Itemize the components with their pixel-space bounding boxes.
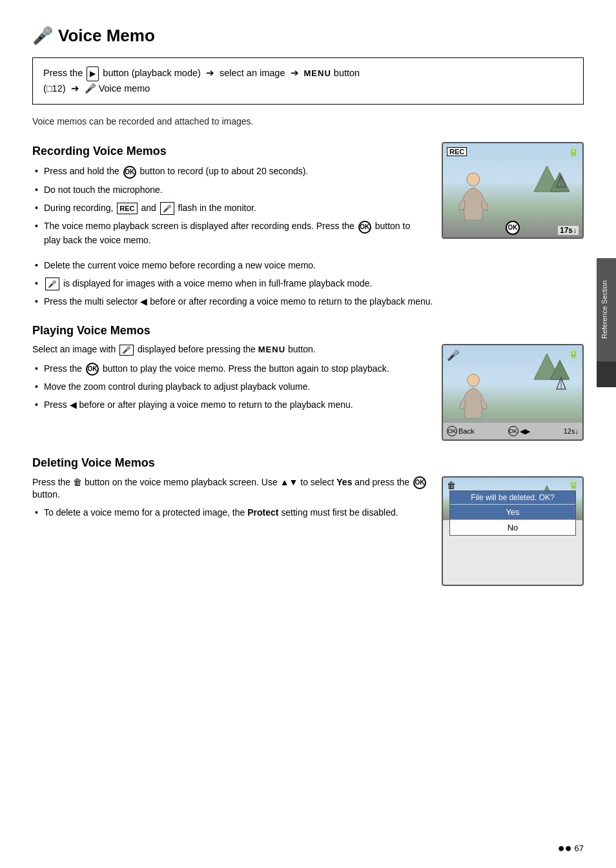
list-item: Press the OK button to play the voice me… [32, 362, 429, 376]
voice-icon-playing: 🎤 [119, 345, 134, 356]
boat-svg [551, 174, 571, 194]
page-dots: ●● [558, 842, 572, 855]
page-title: 🎤 Voice Memo [32, 26, 584, 46]
sidebar-reference: Reference Section [597, 258, 616, 361]
recording-section: Recording Voice Memos Press and hold the… [32, 142, 584, 308]
dialog-yes: Yes [450, 504, 575, 520]
battery-icon3: 🔋 [568, 480, 579, 490]
list-item: Press the multi selector ◀ before or aft… [32, 295, 584, 308]
ok-button-icon: OK [123, 166, 136, 179]
list-item: Delete the current voice memo before rec… [32, 259, 584, 272]
trash-icon-inline: 🗑 [73, 477, 82, 487]
page-num: 67 [575, 843, 584, 853]
recording-screen-image: REC 🔋 OK 17s↓ [442, 142, 584, 252]
ok-small: OK [447, 426, 457, 436]
recording-bullets-extra: Delete the current voice memo before rec… [32, 259, 584, 309]
playing-bottom-bar: OK Back OK ◀▶ 12s↓ [443, 423, 582, 439]
deleting-screen-image: 🗑 🔋 File will be deleted. OK? Yes No [442, 476, 584, 586]
voice-icon-mode: 🎤 [45, 278, 59, 291]
list-item: 🎤 is displayed for images with a voice m… [32, 277, 584, 291]
dialog-no: No [450, 520, 575, 535]
back-label: Back [458, 427, 474, 435]
svg-point-9 [467, 374, 480, 387]
sidebar-tab [597, 361, 616, 387]
instr-ref: (□12) [43, 83, 66, 94]
svg-point-4 [467, 173, 480, 186]
menu-label: MENU [304, 68, 331, 78]
playing-intro: Select an image with 🎤 displayed before … [32, 344, 429, 356]
recording-title: Recording Voice Memos [32, 145, 429, 158]
instr-voice-memo: 🎤 Voice memo [85, 83, 150, 94]
play-time: 12s↓ [564, 427, 579, 435]
playing-screen-image: 🎤 🔋 OK Back OK ◀▶ 12s↓ [442, 344, 584, 441]
deleting-intro: Press the 🗑 button on the voice memo pla… [32, 476, 429, 500]
page-number: ●● 67 [558, 842, 584, 855]
list-item: The voice memo playback screen is displa… [32, 219, 429, 247]
trash-icon-screen: 🗑 [447, 480, 456, 490]
playing-cam-screen: 🎤 🔋 OK Back OK ◀▶ 12s↓ [442, 344, 584, 441]
delete-cam-screen: 🗑 🔋 File will be deleted. OK? Yes No [442, 476, 584, 586]
playback-button-icon: ▶ [87, 66, 99, 81]
mic-symbol: 🎤 [32, 26, 53, 46]
recording-cam-screen: REC 🔋 OK 17s↓ [442, 142, 584, 239]
title-text: Voice Memo [58, 26, 155, 46]
list-item: Move the zoom control during playback to… [32, 380, 429, 394]
rec-label: REC [447, 147, 467, 156]
ok-btn-play: OK [86, 363, 99, 376]
recording-bullets: Press and hold the OK button to record (… [32, 165, 429, 247]
back-btn: OK Back [447, 426, 474, 436]
deleting-title: Deleting Voice Memos [32, 456, 584, 470]
ok-circle-screen: OK [506, 221, 520, 235]
voice-top-icon: 🎤 [447, 349, 460, 361]
list-item: Press and hold the OK button to record (… [32, 165, 429, 178]
rec-badge: REC [117, 203, 137, 215]
list-item: To delete a voice memo for a protected i… [32, 506, 429, 520]
ok-button-icon2: OK [358, 221, 371, 234]
menu-bold-playing: MENU [258, 345, 285, 354]
deleting-section: Deleting Voice Memos Press the 🗑 button … [32, 456, 584, 586]
subtitle-text: Voice memos can be recorded and attached… [32, 116, 584, 126]
arrow3: ➔ [71, 83, 79, 94]
instr-text2: button (playback mode) [103, 68, 201, 78]
person-svg [453, 172, 495, 223]
play-controls: ◀▶ [520, 427, 530, 436]
list-item: During recording, REC and 🎤 flash in the… [32, 201, 429, 216]
instr-text4: button [334, 68, 360, 78]
battery-icon: 🔋 [568, 147, 579, 157]
playing-text: Select an image with 🎤 displayed before … [32, 344, 429, 441]
list-item: Do not touch the microphone. [32, 183, 429, 197]
recording-text: Recording Voice Memos Press and hold the… [32, 142, 429, 252]
dialog-title: File will be deleted. OK? [450, 491, 575, 504]
list-item: Press ◀ before or after playing a voice … [32, 398, 429, 412]
deleting-bullets: To delete a voice memo for a protected i… [32, 506, 429, 520]
playing-title: Playing Voice Memos [32, 324, 584, 338]
voice-icon-inline: 🎤 [160, 202, 174, 216]
arrow1: ➔ [206, 68, 214, 78]
time-label: 17s↓ [558, 226, 579, 235]
instr-text1: Press the [43, 68, 83, 78]
boat-svg2 [551, 376, 571, 396]
playing-bullets: Press the OK button to play the voice me… [32, 362, 429, 412]
instruction-box: Press the ▶ button (playback mode) ➔ sel… [32, 57, 584, 105]
delete-dialog: File will be deleted. OK? Yes No [449, 490, 576, 536]
instr-select-image: select an image [220, 68, 285, 78]
ok-play-circle: OK [508, 426, 518, 436]
ok-play-btn: OK ◀▶ [508, 426, 530, 436]
person-svg2 [453, 373, 495, 421]
deleting-text: Press the 🗑 button on the voice memo pla… [32, 476, 429, 586]
ok-btn-delete: OK [413, 476, 426, 489]
playing-section: Playing Voice Memos Select an image with… [32, 324, 584, 441]
arrow2: ➔ [291, 68, 299, 78]
battery-icon2: 🔋 [568, 349, 579, 359]
